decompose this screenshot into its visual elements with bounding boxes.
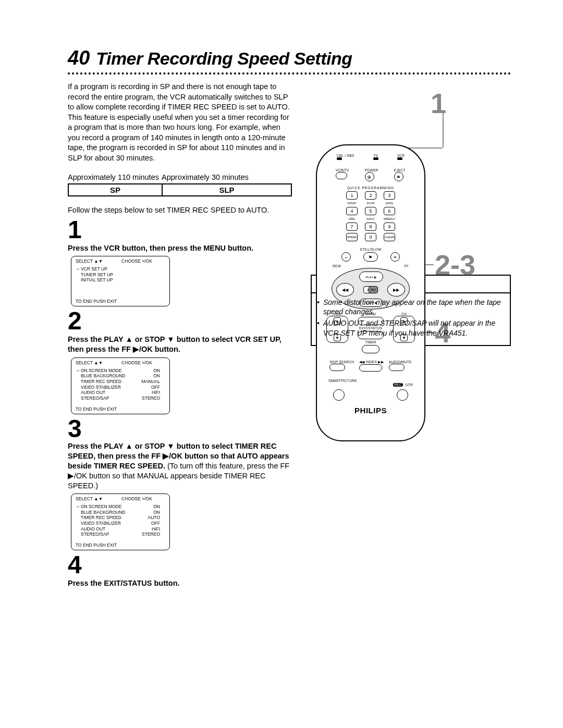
num-6-button[interactable]: 6 <box>384 207 395 215</box>
num-3-button[interactable]: 3 <box>384 191 395 200</box>
osd-arrow-icon: → <box>76 266 81 272</box>
otr-rec-badge: REC <box>393 383 403 387</box>
osd-val: AUTO <box>139 515 160 521</box>
timer-button[interactable] <box>362 345 380 353</box>
minus-button[interactable]: – <box>341 252 351 262</box>
osd-item: TIMER REC SPEED <box>81 515 139 521</box>
rew-button[interactable]: ◀◀ <box>336 283 354 297</box>
osd-footer: TO END PUSH EXIT <box>76 542 165 548</box>
osd-select-label: SELECT ▲▼ <box>76 496 103 502</box>
audio-mute-button[interactable] <box>389 364 405 371</box>
osd-item: VCR SET UP <box>81 266 107 272</box>
osd-val: HIFI <box>139 390 160 396</box>
step-3-text: Press the PLAY ▲ or STOP ▼ button to sel… <box>68 441 292 490</box>
num-sub: DAILY <box>365 217 376 220</box>
osd-item: STEREO/SAP <box>81 532 139 537</box>
osd-val: OFF <box>139 521 160 526</box>
sp-duration-label: Approximately 110 minutes <box>68 173 162 181</box>
slp-cell: SLP <box>163 184 291 195</box>
smartpicture-label: SMARTPICTURE <box>328 379 357 388</box>
step-1-number: 1 <box>68 217 292 242</box>
step-4-head: Press the EXIT/STATUS button. <box>68 578 292 588</box>
osd-arrow-icon: → <box>76 368 81 374</box>
osd-item: TUNER SET UP <box>81 272 113 278</box>
vcrtv-button[interactable] <box>336 172 347 179</box>
hint-item: Some distortion may appear on the tape w… <box>317 298 505 316</box>
osd-val: ON <box>139 373 160 379</box>
led-icon <box>337 157 342 160</box>
osd-screen-1: SELECT ▲▼ CHOOSE >/OK →VCR SET UP TUNER … <box>71 256 170 306</box>
divider <box>68 72 511 75</box>
num-1-button[interactable]: 1 <box>346 191 358 200</box>
num-9-button[interactable]: 9 <box>384 223 395 231</box>
hint-item: AUDIO OUT and STEREO/SAP will not appear… <box>317 318 505 337</box>
num-sub: DBS <box>346 217 358 220</box>
rec-button[interactable]: REC <box>369 286 378 293</box>
eject-button[interactable]: ⏏ <box>394 172 403 181</box>
num-sub: DATE <box>384 202 395 205</box>
led-icon <box>373 157 378 160</box>
osd-item: STEREO/SAP <box>81 396 139 401</box>
power-label: POWER <box>365 168 378 172</box>
callout-line <box>407 147 443 149</box>
speed-button[interactable]: SPEED <box>346 233 358 241</box>
skip-search-button[interactable] <box>329 364 345 371</box>
num-sub: START <box>346 202 358 205</box>
quick-programming-label: QUICK PROGRAMMING <box>317 186 424 190</box>
num-5-button[interactable]: 5 <box>365 207 376 215</box>
osd-choose-label: CHOOSE >/OK <box>121 360 152 366</box>
still-slow-button[interactable]: I▶ <box>363 252 378 262</box>
callout-2-3: 2-3 <box>435 249 475 281</box>
osd-val: HIFI <box>139 526 160 532</box>
osd-item: AUDIO OUT <box>81 526 139 532</box>
osd-item: TIMER REC SPEED <box>81 379 139 385</box>
sp-cell: SP <box>69 184 163 195</box>
step-3-number: 3 <box>68 416 292 441</box>
osd-footer: TO END PUSH EXIT <box>76 406 165 412</box>
clear-button[interactable]: CLEAR <box>384 233 395 241</box>
osd-val: ON <box>139 504 160 510</box>
still-slow-label: STILL/SLOW <box>317 248 424 251</box>
osd-item: BLUE BACKGROUND <box>81 373 139 379</box>
skip-label: SKIP SEARCH <box>329 360 354 364</box>
led-icon <box>397 157 402 160</box>
osd-choose-label: CHOOSE >/OK <box>121 496 152 502</box>
speed-table: SP SLP <box>68 183 292 196</box>
num-sub: WEEKLY <box>384 217 395 220</box>
num-7-button[interactable]: 7 <box>346 223 358 231</box>
rew-label: REW <box>333 264 341 268</box>
smartpicture-button[interactable] <box>333 389 345 401</box>
play-button[interactable]: PLAY ▶ <box>359 272 383 282</box>
step-4-number: 4 <box>68 552 292 577</box>
remote-control: CBL / DBS TV VCR VCR/TV POWER⏻ EJECT⏏ QU… <box>316 144 425 441</box>
osd-item: AUDIO OUT <box>81 390 139 396</box>
otr-button[interactable] <box>397 389 408 401</box>
num-0-button[interactable]: 0 <box>365 233 376 241</box>
brand-logo: PHILIPS <box>317 406 424 415</box>
osd-val: ON <box>139 510 160 515</box>
power-button[interactable]: ⏻ <box>365 172 374 181</box>
ff-button[interactable]: ▶▶ <box>387 283 405 297</box>
osd-arrow-icon: → <box>76 504 81 510</box>
step-2-head: Press the PLAY ▲ or STOP ▼ button to sel… <box>68 335 292 354</box>
step-2-number: 2 <box>68 309 292 334</box>
follow-text: Follow the steps below to set TIMER REC … <box>68 206 292 214</box>
osd-val: STEREO <box>139 396 160 401</box>
page-title: Timer Recording Speed Setting <box>96 48 352 69</box>
plus-button[interactable]: + <box>390 252 400 262</box>
num-sub: STOP <box>365 202 376 205</box>
osd-item: BLUE BACKGROUND <box>81 510 139 515</box>
osd-screen-3: SELECT ▲▼ CHOOSE >/OK →ON SCREEN MODEON … <box>71 493 170 550</box>
osd-choose-label: CHOOSE >/OK <box>121 258 152 264</box>
mode-label-cbl: CBL / DBS <box>337 154 354 157</box>
osd-val: STEREO <box>139 532 160 537</box>
num-8-button[interactable]: 8 <box>365 223 376 231</box>
osd-item: VIDEO STABILIZER <box>81 385 139 390</box>
page-number: 40 <box>68 47 90 69</box>
index-button[interactable] <box>359 364 382 372</box>
callout-1: 1 <box>431 87 446 119</box>
intro-text: If a program is recording in SP and ther… <box>68 82 292 164</box>
num-2-button[interactable]: 2 <box>365 191 376 200</box>
num-4-button[interactable]: 4 <box>346 207 358 215</box>
mute-label: AUDIO/MUTE <box>389 360 412 364</box>
